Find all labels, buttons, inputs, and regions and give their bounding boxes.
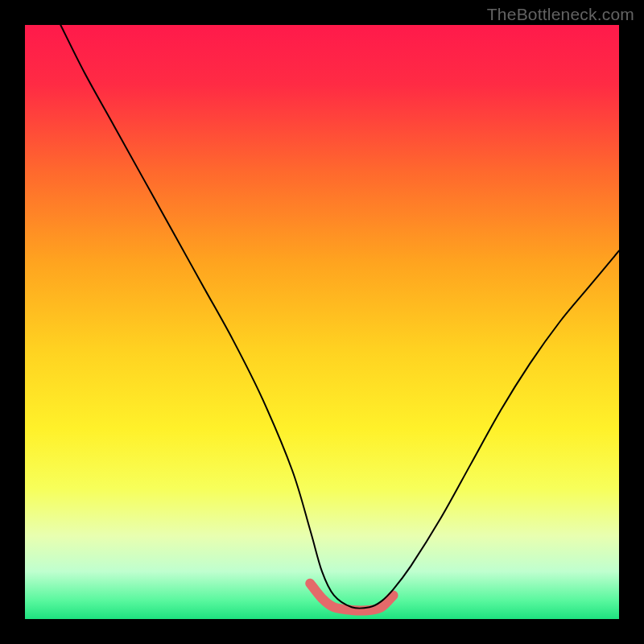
watermark-text: TheBottleneck.com (487, 5, 634, 24)
chart-svg (0, 0, 644, 644)
chart-frame: TheBottleneck.com (0, 0, 644, 644)
plot-background (25, 25, 619, 619)
